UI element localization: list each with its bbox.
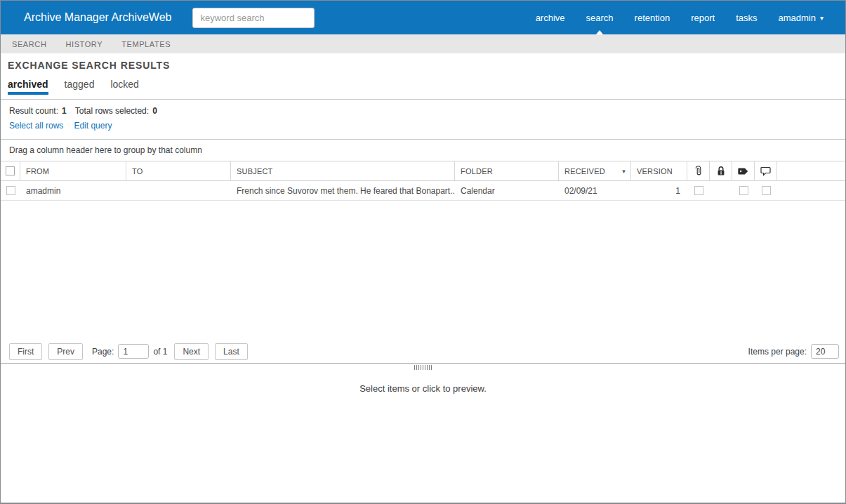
grid-header-row: FROM TO SUBJECT FOLDER RECEIVED ▾ VERSIO… bbox=[1, 161, 845, 181]
comment-icon bbox=[760, 166, 771, 176]
preview-pane: Select items or click to preview. bbox=[1, 364, 845, 503]
column-header-comment[interactable] bbox=[755, 161, 777, 180]
keyword-search-input[interactable] bbox=[192, 8, 315, 28]
tab-tagged[interactable]: tagged bbox=[65, 79, 95, 92]
tab-archived[interactable]: archived bbox=[8, 79, 48, 95]
first-page-button[interactable]: First bbox=[9, 343, 42, 360]
summary-links: Select all rows Edit query bbox=[9, 121, 837, 131]
received-label: RECEIVED bbox=[564, 167, 605, 175]
next-page-button[interactable]: Next bbox=[174, 343, 209, 360]
row-comment-checkbox[interactable] bbox=[762, 186, 771, 195]
row-tag-checkbox[interactable] bbox=[739, 186, 748, 195]
column-header-subject[interactable]: SUBJECT bbox=[231, 161, 455, 180]
subnav-item-templates[interactable]: TEMPLATES bbox=[121, 40, 171, 48]
row-comment-cell bbox=[755, 181, 777, 200]
row-from-cell: amadmin bbox=[20, 181, 126, 200]
column-header-received[interactable]: RECEIVED ▾ bbox=[559, 161, 631, 180]
column-header-version[interactable]: VERSION bbox=[631, 161, 687, 180]
row-subject-cell: French since Suvorov met them. He feared… bbox=[231, 181, 455, 200]
group-by-drop-zone[interactable]: Drag a column header here to group by th… bbox=[1, 140, 845, 161]
result-counts: Result count: 1 Total rows selected: 0 bbox=[9, 106, 837, 116]
page-of-label: of 1 bbox=[153, 347, 167, 357]
result-count-value: 1 bbox=[62, 106, 67, 116]
column-header-to[interactable]: TO bbox=[126, 161, 231, 180]
page-title: EXCHANGE SEARCH RESULTS bbox=[8, 60, 838, 71]
splitter-handle[interactable] bbox=[414, 365, 432, 370]
select-all-checkbox[interactable] bbox=[6, 166, 15, 175]
title-area: EXCHANGE SEARCH RESULTS bbox=[1, 53, 845, 73]
result-tabs: archived tagged locked bbox=[1, 73, 845, 99]
row-attachment-checkbox[interactable] bbox=[694, 186, 703, 195]
results-summary: Result count: 1 Total rows selected: 0 S… bbox=[1, 99, 845, 140]
top-nav: archive search retention report tasks am… bbox=[525, 1, 845, 34]
edit-query-link[interactable]: Edit query bbox=[74, 121, 112, 131]
attachment-icon bbox=[694, 166, 703, 176]
last-page-button[interactable]: Last bbox=[215, 343, 248, 360]
column-header-tag[interactable] bbox=[732, 161, 755, 180]
result-row[interactable]: amadmin French since Suvorov met them. H… bbox=[1, 181, 845, 201]
page-label: Page: bbox=[92, 347, 114, 357]
row-folder-cell: Calendar bbox=[455, 181, 559, 200]
app-title: Archive Manager ArchiveWeb bbox=[24, 11, 171, 24]
nav-item-archive[interactable]: archive bbox=[525, 1, 576, 34]
column-header-from[interactable]: FROM bbox=[20, 161, 126, 180]
tag-icon bbox=[738, 167, 748, 175]
tab-locked[interactable]: locked bbox=[110, 79, 138, 92]
column-header-spacer bbox=[777, 161, 845, 180]
row-received-cell: 02/09/21 bbox=[559, 181, 631, 200]
total-selected-label: Total rows selected: bbox=[75, 106, 149, 116]
sub-nav: SEARCH HISTORY TEMPLATES bbox=[1, 34, 845, 53]
nav-item-report[interactable]: report bbox=[680, 1, 725, 34]
pagination-bar: First Prev Page: of 1 Next Last Items pe… bbox=[1, 340, 845, 364]
grid-empty-area bbox=[1, 201, 845, 340]
nav-item-retention[interactable]: retention bbox=[624, 1, 681, 34]
prev-page-button[interactable]: Prev bbox=[48, 343, 83, 360]
items-per-page-label: Items per page: bbox=[748, 347, 807, 357]
total-selected-value: 0 bbox=[152, 106, 157, 116]
archiveweb-window: Archive Manager ArchiveWeb archive searc… bbox=[0, 0, 846, 504]
subnav-item-history[interactable]: HISTORY bbox=[65, 40, 103, 48]
row-tag-cell bbox=[732, 181, 755, 200]
column-header-folder[interactable]: FOLDER bbox=[455, 161, 559, 180]
subnav-item-search[interactable]: SEARCH bbox=[12, 40, 46, 48]
row-attachment-cell bbox=[687, 181, 710, 200]
received-filter-dropdown-icon[interactable]: ▾ bbox=[622, 168, 626, 175]
row-spacer bbox=[777, 181, 845, 200]
column-header-attachment[interactable] bbox=[687, 161, 710, 180]
top-bar: Archive Manager ArchiveWeb archive searc… bbox=[1, 1, 845, 34]
page-number-input[interactable] bbox=[118, 344, 149, 359]
column-header-lock[interactable] bbox=[710, 161, 732, 180]
user-menu[interactable]: amadmin ▾ bbox=[768, 1, 835, 34]
nav-item-tasks[interactable]: tasks bbox=[725, 1, 767, 34]
row-select-cell bbox=[1, 181, 20, 200]
nav-item-search[interactable]: search bbox=[576, 1, 624, 34]
select-all-rows-link[interactable]: Select all rows bbox=[9, 121, 63, 131]
row-select-checkbox[interactable] bbox=[6, 186, 15, 195]
items-per-page-input[interactable] bbox=[811, 344, 839, 359]
preview-placeholder-text: Select items or click to preview. bbox=[359, 383, 487, 394]
result-count-label: Result count: bbox=[9, 106, 58, 116]
chevron-down-icon: ▾ bbox=[820, 14, 824, 22]
group-by-hint-text: Drag a column header here to group by th… bbox=[9, 145, 202, 155]
row-version-cell: 1 bbox=[631, 181, 687, 200]
row-lock-cell bbox=[710, 181, 732, 200]
lock-icon bbox=[716, 166, 726, 176]
select-all-checkbox-cell bbox=[1, 161, 20, 180]
row-to-cell bbox=[126, 181, 231, 200]
user-menu-label: amadmin bbox=[779, 13, 816, 23]
items-per-page-group: Items per page: bbox=[746, 344, 839, 359]
